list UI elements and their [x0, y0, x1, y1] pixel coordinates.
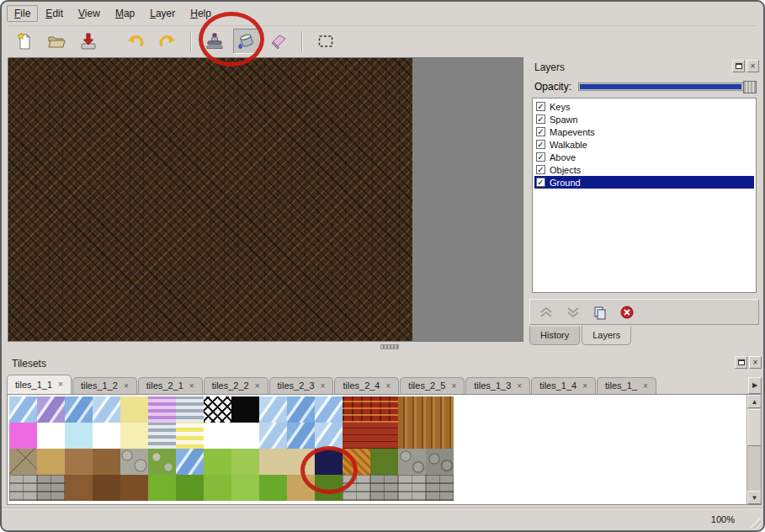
- close-panel-button[interactable]: ×: [749, 356, 762, 369]
- tileset-tile[interactable]: [204, 423, 231, 449]
- layer-visibility-checkbox[interactable]: ✓: [536, 102, 545, 111]
- open-button[interactable]: [43, 29, 70, 54]
- tileset-tile[interactable]: [259, 423, 287, 449]
- tileset-tab-tiles_1_4[interactable]: tiles_1_4×: [531, 377, 596, 394]
- tileset-tile[interactable]: [9, 396, 37, 423]
- stamp-tool-button[interactable]: [201, 29, 228, 54]
- tileset-tab-tiles_1_1[interactable]: tiles_1_1×: [7, 375, 72, 394]
- panel-tab-layers[interactable]: Layers: [582, 326, 631, 345]
- tileset-tile[interactable]: [426, 449, 454, 475]
- map-canvas[interactable]: [8, 57, 523, 342]
- resize-grip[interactable]: [750, 517, 761, 528]
- tileset-tile[interactable]: [37, 475, 65, 501]
- tab-close-icon[interactable]: ×: [386, 381, 391, 391]
- menu-item-map[interactable]: Map: [108, 5, 142, 22]
- tileset-tile[interactable]: [315, 449, 343, 475]
- tileset-tile[interactable]: [426, 396, 454, 423]
- scroll-up-button[interactable]: ▲: [747, 395, 762, 408]
- tileset-tab-tiles_2_2[interactable]: tiles_2_2×: [204, 377, 268, 394]
- tab-close-icon[interactable]: ×: [582, 381, 587, 391]
- tileset-tile[interactable]: [204, 396, 231, 423]
- tileset-tile[interactable]: [148, 475, 176, 501]
- tileset-tile[interactable]: [176, 475, 204, 501]
- tileset-tile[interactable]: [204, 449, 231, 475]
- tileset-tile[interactable]: [259, 475, 287, 501]
- tab-close-icon[interactable]: ×: [643, 381, 648, 391]
- tileset-tile[interactable]: [37, 423, 65, 449]
- tileset-tile[interactable]: [65, 396, 93, 423]
- layer-list[interactable]: ✓Keys✓Spawn✓Mapevents✓Walkable✓Above✓Obj…: [532, 98, 757, 293]
- float-panel-button[interactable]: [735, 356, 747, 369]
- tileset-tile[interactable]: [370, 423, 398, 449]
- tileset-tile[interactable]: [315, 475, 343, 501]
- tileset-tile[interactable]: [120, 423, 148, 449]
- tileset-tile[interactable]: [343, 396, 370, 423]
- tileset-tile[interactable]: [148, 396, 176, 423]
- layer-row-keys[interactable]: ✓Keys: [534, 100, 754, 113]
- menu-item-edit[interactable]: Edit: [38, 5, 71, 22]
- layer-visibility-checkbox[interactable]: ✓: [536, 178, 545, 187]
- tileset-tile[interactable]: [65, 449, 93, 475]
- scroll-down-button[interactable]: ▼: [747, 491, 762, 504]
- layer-visibility-checkbox[interactable]: ✓: [536, 140, 545, 149]
- float-panel-button[interactable]: [732, 60, 745, 72]
- tileset-tile[interactable]: [287, 475, 315, 501]
- tileset-tab-tiles_2_4[interactable]: tiles_2_4×: [334, 377, 399, 394]
- tileset-tile[interactable]: [231, 475, 259, 501]
- tileset-tile[interactable]: [120, 475, 148, 501]
- tileset-tile[interactable]: [370, 449, 398, 475]
- tileset-tile[interactable]: [259, 396, 287, 423]
- tileset-tile[interactable]: [93, 449, 120, 475]
- tab-close-icon[interactable]: ×: [451, 381, 456, 391]
- tileset-tile[interactable]: [176, 396, 204, 423]
- layer-row-above[interactable]: ✓Above: [534, 151, 754, 163]
- tileset-tile[interactable]: [426, 423, 454, 449]
- tileset-tab-tiles_2_1[interactable]: tiles_2_1×: [138, 377, 203, 394]
- tileset-tile[interactable]: [315, 396, 343, 423]
- tileset-tile[interactable]: [343, 449, 370, 475]
- tileset-tile[interactable]: [176, 449, 204, 475]
- tileset-tile[interactable]: [343, 475, 370, 501]
- tileset-scrollbar[interactable]: ▲ ▼: [746, 395, 761, 504]
- new-file-button[interactable]: [11, 29, 38, 54]
- tileset-tile[interactable]: [9, 475, 37, 501]
- rect-select-tool-button[interactable]: [312, 29, 339, 54]
- tileset-tile[interactable]: [370, 475, 398, 501]
- tileset-tab-tiles_1_3[interactable]: tiles_1_3×: [465, 377, 530, 394]
- tab-close-icon[interactable]: ×: [517, 381, 522, 391]
- save-button[interactable]: [75, 29, 102, 54]
- tileset-tile[interactable]: [93, 396, 120, 423]
- tileset-tile[interactable]: [426, 475, 454, 501]
- tab-close-icon[interactable]: ×: [321, 381, 326, 391]
- tileset-tile[interactable]: [287, 423, 315, 449]
- move-layer-up-button[interactable]: [537, 303, 555, 322]
- tileset-tab-tiles_1_2[interactable]: tiles_1_2×: [72, 377, 137, 394]
- tab-close-icon[interactable]: ×: [255, 381, 260, 391]
- tileset-tab-tiles_2_5[interactable]: tiles_2_5×: [400, 377, 465, 394]
- eraser-tool-button[interactable]: [265, 29, 292, 54]
- opacity-slider-handle[interactable]: [743, 81, 757, 93]
- scrollbar-thumb[interactable]: [747, 409, 762, 446]
- tileset-tile[interactable]: [398, 449, 426, 475]
- tileset-tab-tiles_2_3[interactable]: tiles_2_3×: [269, 377, 334, 394]
- layer-row-mapevents[interactable]: ✓Mapevents: [534, 125, 754, 138]
- tileset-tile[interactable]: [148, 423, 176, 449]
- tileset-tile[interactable]: [259, 449, 287, 475]
- tileset-tile[interactable]: [231, 449, 259, 475]
- layer-row-spawn[interactable]: ✓Spawn: [534, 113, 754, 125]
- tileset-tile[interactable]: [120, 396, 148, 423]
- tileset-tile[interactable]: [37, 396, 65, 423]
- tileset-tile[interactable]: [398, 423, 426, 449]
- tileset-tile[interactable]: [231, 423, 259, 449]
- tileset-tile[interactable]: [93, 475, 120, 501]
- redo-button[interactable]: [154, 29, 181, 54]
- tileset-tile[interactable]: [287, 396, 315, 423]
- layer-visibility-checkbox[interactable]: ✓: [536, 165, 545, 174]
- tileset-tile[interactable]: [231, 396, 259, 423]
- close-panel-button[interactable]: ×: [746, 60, 759, 72]
- undo-button[interactable]: [122, 29, 149, 54]
- layer-row-walkable[interactable]: ✓Walkable: [534, 138, 754, 151]
- tileset-tile[interactable]: [204, 475, 231, 501]
- tileset-tile[interactable]: [315, 423, 343, 449]
- tileset-tab-tiles_1_[interactable]: tiles_1_×: [597, 377, 656, 394]
